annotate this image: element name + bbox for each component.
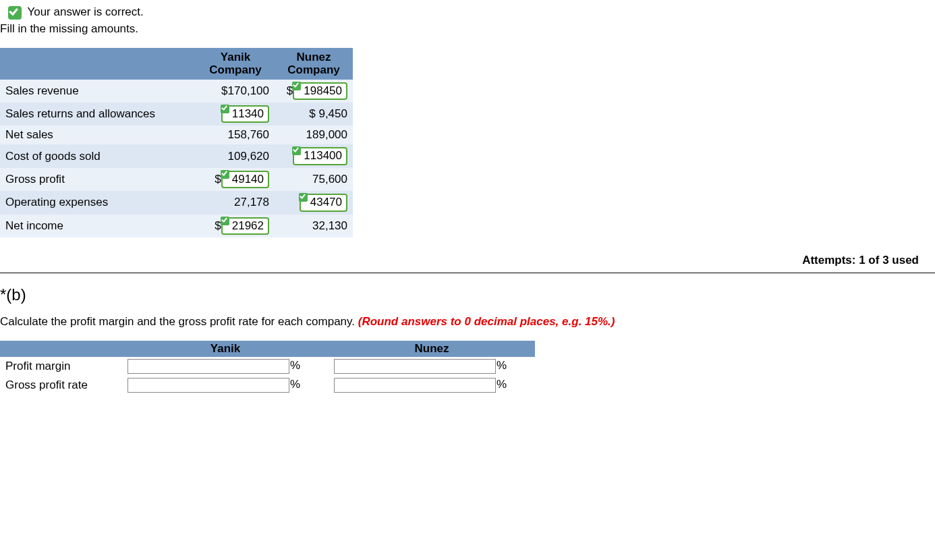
row-label-gross-profit: Gross profit	[0, 168, 196, 191]
table-header-nunez: Nunez Company	[275, 48, 353, 80]
answer-box: 113400	[293, 147, 347, 165]
answer-box: 49140	[221, 171, 269, 188]
cell-sales-returns-nunez: $ 9,450	[275, 103, 353, 125]
percent-sign: %	[497, 359, 507, 372]
row-label-net-sales: Net sales	[0, 125, 196, 144]
cell-net-sales-nunez: 189,000	[275, 125, 353, 144]
profit-margin-nunez-input[interactable]	[334, 359, 496, 374]
cell-net-income-nunez: 32,130	[275, 215, 353, 237]
cell-sales-returns-yanik: 11340	[196, 103, 275, 125]
cell-cogs-nunez: 113400	[275, 144, 353, 167]
pb-header-blank	[0, 341, 122, 357]
gross-profit-rate-nunez-input[interactable]	[334, 378, 496, 393]
table-header-yanik: Yanik Company	[196, 48, 275, 80]
profit-margin-yanik-input[interactable]	[128, 359, 289, 374]
answer-box: 198450	[293, 82, 347, 100]
pb-header-nunez: Nunez	[329, 341, 535, 357]
financial-table: Yanik Company Nunez Company Sales revenu…	[0, 48, 353, 237]
percent-sign: %	[497, 378, 507, 391]
table-row: Net income $21962 32,130	[0, 215, 353, 237]
instruction-a: Fill in the missing amounts.	[0, 22, 935, 36]
pb-row-gross-profit-rate: Gross profit rate	[0, 376, 122, 395]
check-icon	[292, 146, 301, 155]
cell-sales-revenue-yanik: $170,100	[196, 80, 275, 103]
row-label-cogs: Cost of goods sold	[0, 144, 196, 167]
table-header-blank	[0, 48, 196, 80]
cell-gross-profit-yanik: $49140	[196, 168, 275, 191]
table-row: Sales returns and allowances 11340 $ 9,4…	[0, 103, 353, 125]
row-label-net-income: Net income	[0, 215, 196, 237]
cell-op-exp-yanik: 27,178	[196, 191, 275, 214]
table-row: Sales revenue $170,100 $198450	[0, 80, 353, 103]
answer-box: 21962	[221, 217, 269, 235]
row-label-sales-revenue: Sales revenue	[0, 80, 196, 103]
check-icon	[8, 6, 22, 20]
cell-gross-profit-nunez: 75,600	[275, 168, 353, 191]
answer-correct-line: Your answer is correct.	[8, 5, 935, 20]
answer-box: 11340	[221, 105, 269, 123]
percent-sign: %	[290, 378, 300, 391]
row-label-op-exp: Operating expenses	[0, 191, 196, 214]
check-icon	[221, 105, 229, 113]
answer-correct-text: Your answer is correct.	[27, 5, 143, 18]
pb-row-profit-margin: Profit margin	[0, 357, 122, 376]
part-b-heading: *(b)	[0, 285, 935, 304]
part-b-instruction: Calculate the profit margin and the gros…	[0, 315, 935, 329]
round-note: (Round answers to 0 decimal places, e.g.…	[358, 315, 615, 328]
cell-net-income-yanik: $21962	[196, 215, 275, 237]
row-label-sales-returns: Sales returns and allowances	[0, 103, 196, 125]
table-row: Profit margin % %	[0, 357, 535, 376]
cell-op-exp-nunez: 43470	[275, 191, 353, 214]
check-icon	[221, 170, 229, 179]
separator	[0, 273, 935, 273]
gross-profit-rate-yanik-input[interactable]	[128, 378, 289, 393]
table-row: Operating expenses 27,178 43470	[0, 191, 353, 214]
answer-box: 43470	[300, 194, 347, 211]
check-icon	[292, 82, 301, 90]
cell-sales-revenue-nunez: $198450	[275, 80, 353, 103]
check-icon	[299, 193, 308, 202]
pb-header-yanik: Yanik	[122, 341, 329, 357]
percent-sign: %	[290, 359, 300, 372]
table-row: Gross profit rate % %	[0, 376, 535, 395]
part-b-table: Yanik Nunez Profit margin % % Gross prof…	[0, 341, 535, 395]
check-icon	[221, 217, 229, 225]
attempts-text: Attempts: 1 of 3 used	[0, 254, 919, 267]
cell-cogs-yanik: 109,620	[196, 144, 275, 167]
table-row: Gross profit $49140 75,600	[0, 168, 353, 191]
table-row: Cost of goods sold 109,620 113400	[0, 144, 353, 167]
table-row: Net sales 158,760 189,000	[0, 125, 353, 144]
cell-net-sales-yanik: 158,760	[196, 125, 275, 144]
